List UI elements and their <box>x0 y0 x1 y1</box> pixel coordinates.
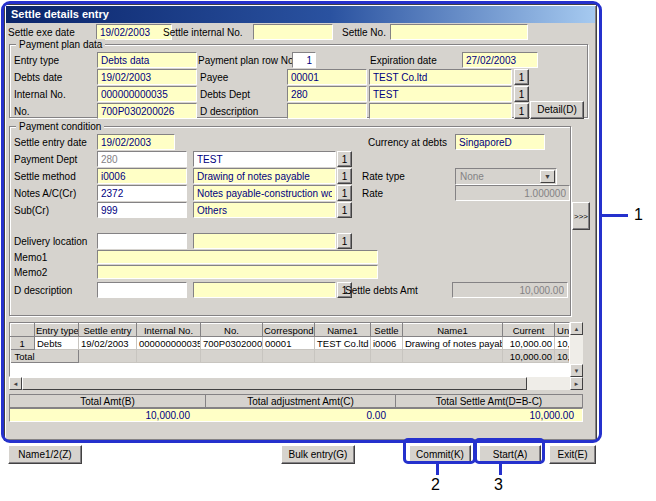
grid-cell-settle[interactable]: i0006 <box>371 337 403 350</box>
detail-button[interactable]: Detail(D) <box>530 101 584 119</box>
memo1-label: Memo1 <box>14 252 47 263</box>
payment-plan-row-no-input[interactable] <box>292 52 316 68</box>
memo2-input[interactable] <box>97 265 378 279</box>
debts-dept-lookup-button[interactable]: 1 <box>514 86 529 102</box>
debts-dept-name-input[interactable] <box>369 86 512 102</box>
payment-condition-group-title: Payment condition <box>16 121 104 132</box>
d-description-code-input[interactable] <box>287 103 367 119</box>
notes-ac-cr-lookup-button[interactable]: 1 <box>337 185 352 201</box>
no-input[interactable] <box>97 103 197 119</box>
memo2-label: Memo2 <box>14 267 47 278</box>
payee-code-input[interactable] <box>287 69 367 85</box>
d-description-label: D description <box>200 106 258 117</box>
currency-at-debts-label: Currency at debts <box>368 137 447 148</box>
sub-cr-lookup-button[interactable]: 1 <box>337 202 352 218</box>
grid-cell-unsettle[interactable]: 10,000 <box>555 337 571 350</box>
internal-no-label: Internal No. <box>14 89 66 100</box>
grid-cell-internal-no[interactable]: 000000000035 <box>137 337 201 350</box>
expiration-date-label: Expiration date <box>370 55 437 66</box>
notes-ac-cr-code-input[interactable] <box>97 185 187 201</box>
settle-entry-date-label: Settle entry date <box>14 137 87 148</box>
annotation-line-3 <box>499 464 502 475</box>
rate-input[interactable] <box>455 185 570 201</box>
grid-row[interactable]: 1 Debts 19/02/2003 000000000035 700P0302… <box>11 337 571 350</box>
exit-button[interactable]: Exit(E) <box>549 445 596 464</box>
grid-cell-corresponde[interactable]: 00001 <box>263 337 315 350</box>
settle-no-input[interactable] <box>390 24 528 40</box>
grid-total-empty-cell <box>201 350 263 363</box>
grid-header-name1: Name1 <box>315 324 371 337</box>
scrollbar-thumb[interactable] <box>22 377 527 390</box>
annotation-number-1: 1 <box>634 206 643 223</box>
entry-type-label: Entry type <box>14 55 59 66</box>
settle-entry-date-input[interactable] <box>97 134 175 150</box>
grid-total-row: Total 10,000.00 10,000 <box>11 350 571 363</box>
grid-cell-name1b[interactable]: Drawing of notes payable <box>403 337 503 350</box>
rate-type-label: Rate type <box>362 171 405 182</box>
payment-dept-label: Payment Dept <box>14 154 77 165</box>
name12-button[interactable]: Name1/2(Z) <box>8 445 82 464</box>
delivery-location-name-input[interactable] <box>193 233 336 249</box>
settle-debts-amt-label: Settle debts Amt <box>345 285 418 296</box>
debts-date-input[interactable] <box>97 69 197 85</box>
notes-ac-cr-name-input[interactable] <box>193 185 336 201</box>
scroll-right-icon[interactable]: ► <box>570 377 583 390</box>
settle-method-name-input[interactable] <box>193 168 336 184</box>
grid-cell-entry-type[interactable]: Debts <box>35 337 79 350</box>
sub-cr-name-input[interactable] <box>193 202 336 218</box>
grid-cell-current[interactable]: 10,000.00 <box>503 337 555 350</box>
payment-dept-lookup-button[interactable]: 1 <box>337 151 352 167</box>
payment-dept-code-input[interactable] <box>97 151 187 167</box>
grid-total-unsettle: 10,000 <box>555 350 571 363</box>
currency-at-debts-input[interactable] <box>455 134 545 150</box>
grid-total-label: Total <box>11 350 79 363</box>
start-button[interactable]: Start(A) <box>479 445 541 464</box>
expiration-date-input[interactable] <box>462 52 538 68</box>
delivery-location-code-input[interactable] <box>97 233 187 249</box>
bulk-entry-button[interactable]: Bulk entry(G) <box>281 445 355 464</box>
payee-lookup-button[interactable]: 1 <box>514 69 529 85</box>
sub-cr-code-input[interactable] <box>97 202 187 218</box>
grid-cell-settle-entry[interactable]: 19/02/2003 <box>79 337 137 350</box>
grid-header-unsettle: Unsettle <box>555 324 571 337</box>
grid-cell-rownum[interactable]: 1 <box>11 337 35 350</box>
dropdown-arrow-icon[interactable]: ▼ <box>540 170 555 183</box>
expand-panel-button[interactable]: >>> <box>572 202 590 230</box>
settle-exe-date-input[interactable] <box>96 24 172 40</box>
entry-type-input[interactable] <box>97 52 197 68</box>
internal-no-input[interactable] <box>97 86 197 102</box>
grid-total-empty-cell <box>403 350 503 363</box>
settle-debts-amt-input[interactable] <box>452 282 568 298</box>
grid-total-empty-cell <box>315 350 371 363</box>
grid-total-current: 10,000.00 <box>503 350 555 363</box>
settle-method-label: Settle method <box>14 171 76 182</box>
grid-cell-no[interactable]: 700P03020002 <box>201 337 263 350</box>
debts-dept-code-input[interactable] <box>287 86 367 102</box>
grid-total-empty-cell <box>263 350 315 363</box>
window-titlebar[interactable]: Settle details entry <box>6 6 595 23</box>
rate-type-select[interactable]: None ▼ <box>455 168 557 185</box>
commit-button[interactable]: Commit(K) <box>409 445 471 464</box>
d-description2-code-input[interactable] <box>97 282 187 298</box>
scroll-up-icon[interactable]: ▲ <box>570 322 583 335</box>
grid-cell-name1[interactable]: TEST Co.ltd <box>315 337 371 350</box>
rate-type-value: None <box>460 171 484 182</box>
d-description-name-input[interactable] <box>369 103 512 119</box>
payee-name-input[interactable] <box>369 69 512 85</box>
settle-method-code-input[interactable] <box>97 168 187 184</box>
payment-dept-name-input[interactable] <box>193 151 336 167</box>
memo1-input[interactable] <box>97 250 378 264</box>
grid-header-current: Current <box>503 324 555 337</box>
annotation-number-2: 2 <box>431 476 440 493</box>
payee-label: Payee <box>200 72 228 83</box>
settle-internal-no-input[interactable] <box>253 24 333 40</box>
delivery-location-lookup-button[interactable]: 1 <box>337 233 352 249</box>
scroll-down-icon[interactable]: ▼ <box>570 364 583 377</box>
settle-exe-date-label: Settle exe date <box>8 27 75 38</box>
d-description-lookup-button[interactable]: 1 <box>514 103 529 119</box>
grid-horizontal-scrollbar[interactable]: ◄ ► <box>9 377 583 390</box>
grid-vertical-scrollbar[interactable]: ▲ ▼ <box>570 322 583 377</box>
settle-method-lookup-button[interactable]: 1 <box>337 168 352 184</box>
scroll-left-icon[interactable]: ◄ <box>9 377 22 390</box>
d-description2-name-input[interactable] <box>193 282 336 298</box>
